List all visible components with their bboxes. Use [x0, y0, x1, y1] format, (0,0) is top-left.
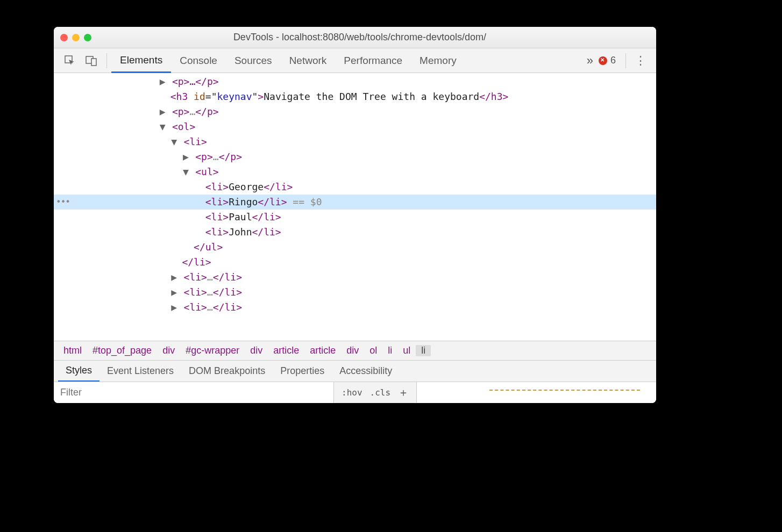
crumb-li-selected[interactable]: li: [416, 345, 431, 356]
styles-tools: :hov .cls ＋: [333, 382, 416, 403]
devtools-window: DevTools - localhost:8080/web/tools/chro…: [54, 27, 656, 403]
error-badge[interactable]: 6: [599, 55, 616, 66]
styles-filter-bar: :hov .cls ＋: [54, 382, 656, 403]
filter-input[interactable]: [54, 382, 333, 403]
subtab-properties[interactable]: Properties: [273, 361, 332, 382]
tree-row[interactable]: ▼ <ul>: [54, 164, 656, 179]
traffic-lights: [60, 34, 91, 41]
error-count: 6: [610, 55, 616, 66]
hov-toggle[interactable]: :hov: [342, 387, 362, 398]
tab-network[interactable]: Network: [281, 48, 336, 73]
crumb-html[interactable]: html: [58, 345, 87, 356]
minimize-icon[interactable]: [72, 34, 80, 41]
crumb-top-of-page[interactable]: #top_of_page: [87, 345, 157, 356]
subtab-dom-breakpoints[interactable]: DOM Breakpoints: [181, 361, 273, 382]
tree-row[interactable]: </li>: [54, 255, 656, 270]
crumb-article[interactable]: article: [268, 345, 304, 356]
device-toggle-icon[interactable]: [84, 53, 99, 68]
tab-performance[interactable]: Performance: [335, 48, 411, 73]
tab-sources[interactable]: Sources: [226, 48, 281, 73]
tree-row[interactable]: <li>John</li>: [54, 225, 656, 240]
subtab-event-listeners[interactable]: Event Listeners: [99, 361, 181, 382]
tree-row[interactable]: <li>Paul</li>: [54, 210, 656, 225]
tab-memory[interactable]: Memory: [411, 48, 465, 73]
tree-row[interactable]: ▼ <li>: [54, 134, 656, 149]
new-rule-button[interactable]: ＋: [398, 385, 409, 400]
close-icon[interactable]: [60, 34, 68, 41]
separator: [625, 53, 626, 68]
tab-elements[interactable]: Elements: [111, 48, 171, 73]
tree-row[interactable]: ▼ <ol>: [54, 119, 656, 134]
more-menu-icon[interactable]: ⋮: [635, 54, 646, 68]
tree-row[interactable]: </ul>: [54, 240, 656, 255]
crumb-article[interactable]: article: [304, 345, 341, 356]
error-icon: [599, 56, 607, 65]
maximize-icon[interactable]: [84, 34, 91, 41]
cls-toggle[interactable]: .cls: [370, 387, 391, 398]
box-model-pane: [416, 382, 656, 403]
tree-row[interactable]: ▶ <p>…</p>: [54, 104, 656, 119]
tree-row[interactable]: ▶ <li>…</li>: [54, 285, 656, 300]
tree-row[interactable]: ▶ <li>…</li>: [54, 300, 656, 315]
dom-tree[interactable]: ▶ <p>…</p> <h3 id="keynav">Navigate the …: [54, 73, 656, 341]
margin-outline: [489, 390, 640, 394]
inspect-icon[interactable]: [62, 53, 77, 68]
crumb-div[interactable]: div: [157, 345, 180, 356]
separator: [106, 53, 107, 68]
subtab-styles[interactable]: Styles: [58, 361, 99, 382]
main-toolbar: Elements Console Sources Network Perform…: [54, 48, 656, 73]
crumb-li[interactable]: li: [382, 345, 397, 356]
crumb-div[interactable]: div: [245, 345, 268, 356]
titlebar: DevTools - localhost:8080/web/tools/chro…: [54, 27, 656, 48]
crumb-div[interactable]: div: [341, 345, 364, 356]
crumb-ul[interactable]: ul: [397, 345, 416, 356]
subtab-accessibility[interactable]: Accessibility: [332, 361, 400, 382]
tab-console[interactable]: Console: [171, 48, 226, 73]
tree-row[interactable]: ▶ <li>…</li>: [54, 270, 656, 285]
tree-row[interactable]: ▶ <p>…</p>: [54, 149, 656, 164]
overflow-tabs-button[interactable]: »: [587, 54, 593, 68]
window-title: DevTools - localhost:8080/web/tools/chro…: [102, 32, 650, 43]
crumb-gc-wrapper[interactable]: #gc-wrapper: [180, 345, 245, 356]
tree-row[interactable]: <li>George</li>: [54, 179, 656, 195]
svg-rect-2: [91, 59, 96, 66]
crumb-ol[interactable]: ol: [364, 345, 382, 356]
tree-row[interactable]: ▶ <p>…</p>: [54, 74, 656, 89]
tree-row-selected[interactable]: ••• <li>Ringo</li> == $0: [54, 195, 656, 210]
breadcrumb: html #top_of_page div #gc-wrapper div ar…: [54, 341, 656, 360]
row-actions-icon[interactable]: •••: [56, 195, 70, 210]
tree-row[interactable]: <h3 id="keynav">Navigate the DOM Tree wi…: [54, 89, 656, 104]
styles-tabbar: Styles Event Listeners DOM Breakpoints P…: [54, 360, 656, 382]
